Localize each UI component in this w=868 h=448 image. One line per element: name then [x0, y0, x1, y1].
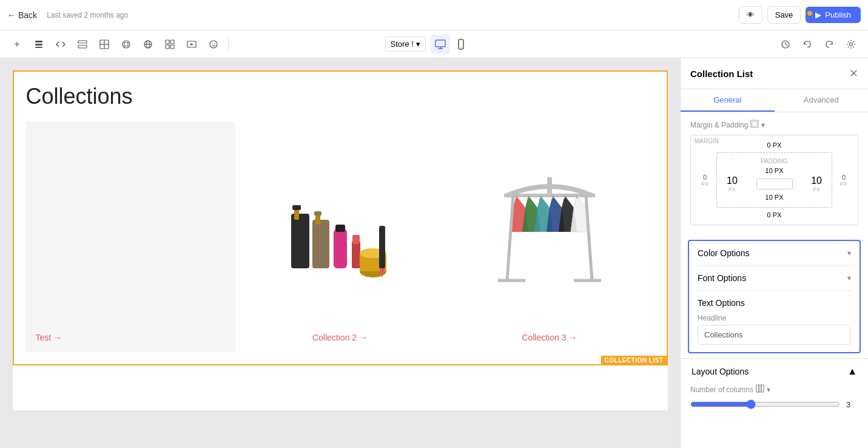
- topbar-right: 👁 Save ▶ Publish: [739, 6, 861, 24]
- svg-point-21: [214, 43, 215, 44]
- margin-label: MARGIN: [695, 138, 719, 144]
- back-button[interactable]: ← Back: [7, 10, 37, 20]
- layout-chevron-icon[interactable]: ▲: [847, 366, 857, 377]
- history-icon[interactable]: [776, 35, 795, 54]
- margin-padding-label: Margin & Padding ▾: [690, 120, 858, 130]
- margin-bottom-value[interactable]: 0 PX: [696, 210, 853, 220]
- panel-title: Collection List: [690, 69, 753, 79]
- notification-dot: [807, 11, 812, 16]
- margin-padding-icon: [750, 120, 759, 130]
- panel-close-button[interactable]: ✕: [849, 67, 858, 80]
- columns-value: 3: [846, 400, 858, 409]
- publish-play-icon: ▶: [815, 10, 821, 19]
- save-button[interactable]: Save: [767, 6, 801, 24]
- padding-center-input[interactable]: [756, 178, 793, 189]
- margin-padding-chevron[interactable]: ▾: [761, 121, 765, 129]
- collection-list-label: COLLECTION LIST: [601, 356, 667, 365]
- padding-bottom-value[interactable]: 10 PX: [727, 192, 822, 202]
- collections-heading: Collections: [26, 84, 654, 109]
- add-icon[interactable]: +: [7, 35, 27, 54]
- svg-rect-34: [314, 211, 321, 216]
- headline-label: Headline: [698, 314, 851, 322]
- svg-rect-38: [352, 235, 360, 244]
- collection-link-label-3: Collection 3 →: [522, 333, 577, 342]
- svg-rect-13: [166, 40, 169, 44]
- svg-line-52: [507, 195, 513, 280]
- columns-dropdown-icon[interactable]: ▾: [767, 385, 770, 394]
- margin-right-value[interactable]: 0 PX: [835, 174, 853, 187]
- collection-link-label-2: Collection 2 →: [312, 333, 368, 342]
- color-options-header[interactable]: Color Options ▾: [689, 241, 860, 265]
- media-icon[interactable]: [182, 35, 201, 54]
- svg-rect-1: [35, 44, 42, 46]
- svg-rect-9: [124, 42, 128, 46]
- tab-advanced[interactable]: Advanced: [775, 89, 869, 112]
- padding-right-value[interactable]: 10 PX: [811, 175, 822, 192]
- color-options-chevron[interactable]: ▾: [847, 249, 851, 257]
- topbar-left: ← Back Last saved 2 months ago: [7, 10, 128, 20]
- margin-padding-section: Margin & Padding ▾ MARGIN 0 PX 0 PX: [681, 112, 868, 235]
- code-icon[interactable]: [51, 35, 70, 54]
- margin-box: MARGIN 0 PX 0 PX PADDING 10 PX: [690, 135, 858, 225]
- face-icon[interactable]: [204, 35, 223, 54]
- svg-point-28: [849, 42, 852, 46]
- preview-button[interactable]: 👁: [739, 6, 762, 24]
- font-options-header[interactable]: Font Options ▾: [689, 266, 860, 290]
- font-options-label: Font Options: [698, 273, 746, 283]
- svg-rect-0: [35, 41, 42, 42]
- device-buttons: [431, 35, 471, 54]
- toolbar-separator-1: [228, 37, 229, 52]
- globe-icon[interactable]: [138, 35, 158, 54]
- clothing-rack-illustration: [495, 171, 604, 305]
- layers-icon[interactable]: [29, 35, 49, 54]
- collection-link-2[interactable]: Collection 2 →: [312, 333, 368, 342]
- svg-rect-35: [334, 229, 347, 268]
- svg-rect-2: [35, 47, 42, 48]
- margin-middle: 0 PX PADDING 10 PX 10 PX: [696, 150, 853, 210]
- store-selector[interactable]: Store ! ▾: [385, 36, 426, 52]
- tab-general[interactable]: General: [681, 89, 775, 112]
- columns-slider[interactable]: [690, 399, 840, 409]
- layout-options-section: Layout Options ▲ Number of columns ▾ 3: [681, 358, 868, 412]
- text-options-section: Text Options Headline: [689, 291, 860, 352]
- svg-marker-18: [190, 43, 193, 46]
- svg-rect-14: [170, 40, 174, 44]
- collection-link-3[interactable]: Collection 3 →: [522, 333, 577, 342]
- svg-point-20: [212, 43, 213, 44]
- svg-rect-3: [78, 41, 87, 43]
- svg-point-26: [460, 47, 461, 47]
- layout-icon[interactable]: [95, 35, 114, 54]
- padding-top-value[interactable]: 10 PX: [727, 166, 822, 175]
- svg-rect-16: [170, 45, 174, 49]
- canvas: Collections Test →: [0, 58, 680, 448]
- publish-button[interactable]: ▶ Publish: [806, 7, 861, 23]
- settings-icon[interactable]: [841, 35, 861, 54]
- element-icon[interactable]: [116, 35, 136, 54]
- store-label: Store !: [391, 39, 414, 49]
- svg-rect-36: [335, 225, 345, 232]
- toolbar-right: [776, 35, 861, 54]
- svg-rect-31: [292, 205, 301, 210]
- right-panel: Collection List ✕ General Advanced Margi…: [680, 58, 868, 448]
- page: Collections Test →: [13, 70, 668, 410]
- options-group: Color Options ▾ Font Options ▾ Text Opti…: [688, 240, 861, 353]
- headline-input[interactable]: [698, 325, 851, 345]
- redo-icon[interactable]: [819, 35, 839, 54]
- columns-icon: [756, 384, 764, 395]
- undo-icon[interactable]: [798, 35, 817, 54]
- color-options-label: Color Options: [698, 248, 750, 258]
- padding-box: PADDING 10 PX 10 PX 10: [716, 152, 832, 208]
- layout-options-header[interactable]: Layout Options ▲: [690, 366, 858, 384]
- section-icon[interactable]: [73, 35, 92, 54]
- grid-icon[interactable]: [160, 35, 180, 54]
- margin-left-value[interactable]: 0 PX: [696, 174, 714, 187]
- main-area: Collections Test →: [0, 58, 868, 448]
- collection-link-1[interactable]: Test →: [36, 333, 62, 342]
- padding-left-value[interactable]: 10 PX: [727, 175, 738, 192]
- columns-slider-row: 3: [690, 399, 858, 409]
- margin-top-value[interactable]: 0 PX: [696, 140, 853, 150]
- collection-list-section[interactable]: Collections Test →: [13, 70, 668, 365]
- desktop-device-button[interactable]: [431, 35, 450, 54]
- font-options-chevron[interactable]: ▾: [847, 274, 851, 282]
- mobile-device-button[interactable]: [451, 35, 471, 54]
